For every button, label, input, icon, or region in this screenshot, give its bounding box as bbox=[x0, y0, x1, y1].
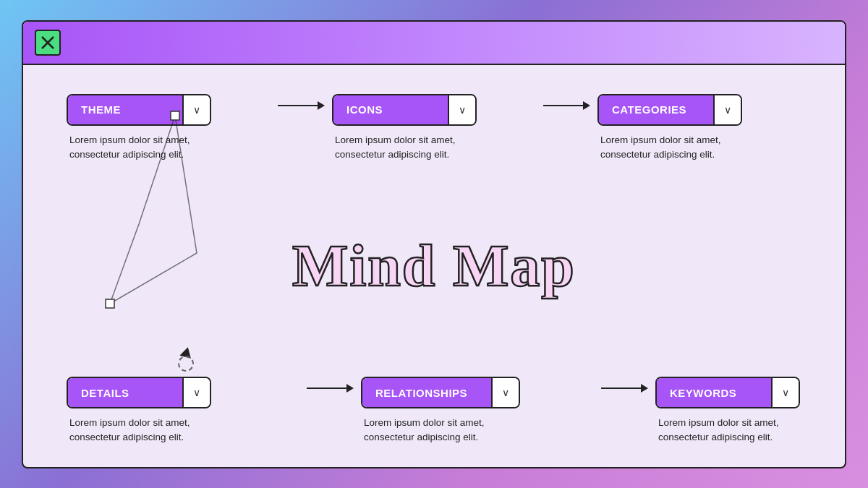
node-group-relationships: RELATIONSHIPS ∨ Lorem ipsum dolor sit am… bbox=[361, 377, 594, 445]
keywords-chevron[interactable]: ∨ bbox=[773, 378, 799, 407]
arrow-shaft-3 bbox=[307, 388, 346, 389]
icons-chevron[interactable]: ∨ bbox=[449, 95, 475, 124]
titlebar bbox=[23, 22, 845, 65]
dashed-circle bbox=[178, 356, 194, 372]
node-group-keywords: KEYWORDS ∨ Lorem ipsum dolor sit amet, c… bbox=[655, 377, 846, 445]
categories-description: Lorem ipsum dolor sit amet, consectetur … bbox=[597, 133, 721, 163]
relationships-label: RELATIONSHIPS bbox=[362, 378, 493, 407]
arrow-shaft-2 bbox=[543, 105, 583, 106]
relationships-button[interactable]: RELATIONSHIPS ∨ bbox=[361, 377, 520, 408]
categories-label: CATEGORIES bbox=[599, 95, 715, 124]
bottom-row: DETAILS ∨ Lorem ipsum dolor sit amet, co… bbox=[67, 377, 846, 445]
presentation-window: Mind Map THEME ∨ Lorem ipsum dolor sit a… bbox=[22, 20, 846, 468]
arrow-3 bbox=[299, 377, 361, 393]
categories-button[interactable]: CATEGORIES ∨ bbox=[597, 94, 742, 126]
icons-description: Lorem ipsum dolor sit amet, consectetur … bbox=[332, 133, 456, 163]
arrow-line-2 bbox=[543, 101, 590, 110]
details-button[interactable]: DETAILS ∨ bbox=[67, 377, 211, 408]
arrow-line-4 bbox=[601, 384, 648, 393]
arrow-2 bbox=[536, 94, 597, 110]
arrow-head-2 bbox=[583, 101, 590, 110]
arrow-shaft-4 bbox=[601, 388, 641, 389]
details-label: DETAILS bbox=[68, 378, 184, 407]
svg-rect-5 bbox=[106, 299, 114, 308]
main-content: Mind Map THEME ∨ Lorem ipsum dolor sit a… bbox=[23, 65, 845, 467]
theme-label: THEME bbox=[68, 95, 184, 124]
theme-description: Lorem ipsum dolor sit amet, consectetur … bbox=[67, 133, 190, 163]
icons-label: ICONS bbox=[333, 95, 449, 124]
arrow-shaft-1 bbox=[278, 105, 318, 106]
categories-chevron[interactable]: ∨ bbox=[715, 95, 741, 124]
mind-map-title: Mind Map bbox=[292, 232, 576, 300]
icons-button[interactable]: ICONS ∨ bbox=[332, 94, 477, 126]
x-icon bbox=[39, 34, 56, 51]
arrow-4 bbox=[594, 377, 655, 393]
node-group-theme: THEME ∨ Lorem ipsum dolor sit amet, cons… bbox=[67, 94, 271, 163]
arrow-head-3 bbox=[346, 384, 354, 393]
window-icon bbox=[35, 30, 61, 56]
keywords-description: Lorem ipsum dolor sit amet, consectetur … bbox=[655, 416, 779, 445]
arrow-head-4 bbox=[641, 384, 648, 393]
relationships-chevron[interactable]: ∨ bbox=[493, 378, 519, 407]
arrow-head-1 bbox=[318, 101, 325, 110]
arrow-1 bbox=[271, 94, 332, 110]
relationships-description: Lorem ipsum dolor sit amet, consectetur … bbox=[361, 416, 485, 445]
keywords-label: KEYWORDS bbox=[657, 378, 773, 407]
node-group-icons: ICONS ∨ Lorem ipsum dolor sit amet, cons… bbox=[332, 94, 536, 163]
node-group-categories: CATEGORIES ∨ Lorem ipsum dolor sit amet,… bbox=[597, 94, 801, 163]
arrow-line-1 bbox=[278, 101, 325, 110]
arrow-line-3 bbox=[307, 384, 354, 393]
details-description: Lorem ipsum dolor sit amet, consectetur … bbox=[67, 416, 190, 445]
node-group-details: DETAILS ∨ Lorem ipsum dolor sit amet, co… bbox=[67, 377, 299, 445]
keywords-button[interactable]: KEYWORDS ∨ bbox=[655, 377, 800, 408]
theme-chevron[interactable]: ∨ bbox=[184, 95, 210, 124]
top-row: THEME ∨ Lorem ipsum dolor sit amet, cons… bbox=[67, 94, 801, 163]
theme-button[interactable]: THEME ∨ bbox=[67, 94, 211, 126]
details-chevron[interactable]: ∨ bbox=[184, 378, 210, 407]
